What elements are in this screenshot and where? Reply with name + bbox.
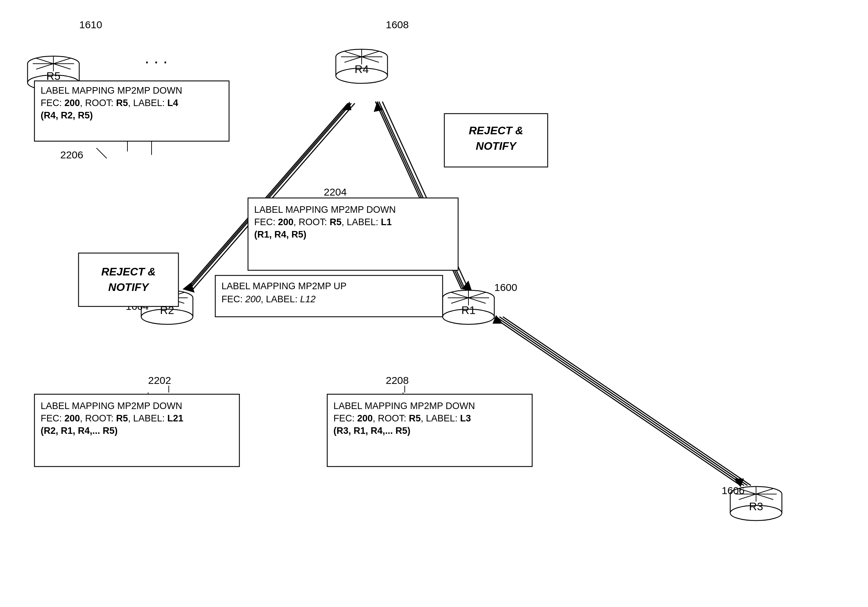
box2202-line2: FEC: 200, ROOT: R5, LABEL: L21: [41, 413, 183, 423]
ref-1608: 1608: [386, 19, 409, 30]
reject-box-2: [79, 253, 178, 307]
diagram-container: · · ·: [0, 0, 868, 607]
router-R1: R1: [443, 290, 494, 324]
box2208-line2: FEC: 200, ROOT: R5, LABEL: L3: [333, 413, 471, 423]
svg-text:R3: R3: [749, 500, 763, 513]
box2202-line3: (R2, R1, R4,... R5): [41, 426, 118, 436]
svg-line-18: [496, 317, 744, 485]
svg-text:R4: R4: [355, 63, 369, 75]
box2208-line3: (R3, R1, R4,... R5): [333, 426, 411, 436]
reject-box-2-line1: REJECT &: [101, 265, 156, 278]
box2206-line3: (R4, R2, R5): [41, 110, 93, 121]
svg-line-73: [96, 148, 107, 158]
reject-box-1-line1: REJECT &: [469, 124, 523, 137]
router-R4: R4: [336, 49, 388, 83]
reject-box-1-line2: NOTIFY: [476, 140, 517, 152]
svg-text:· · ·: · · ·: [145, 52, 168, 71]
box2202-line1: LABEL MAPPING MP2MP DOWN: [41, 401, 182, 411]
box2206-line2: FEC: 200, ROOT: R5, LABEL: L4: [41, 98, 178, 108]
box-up-line2: FEC: 200, LABEL: L12: [222, 294, 316, 304]
ref-2206: 2206: [60, 149, 83, 161]
ref-1610: 1610: [79, 19, 102, 30]
box2208-line1: LABEL MAPPING MP2MP DOWN: [333, 401, 475, 411]
svg-line-20: [503, 317, 751, 485]
ref-1606: 1606: [722, 485, 745, 496]
ref-2202: 2202: [148, 375, 171, 386]
box2206-line1: LABEL MAPPING MP2MP DOWN: [41, 85, 182, 96]
svg-marker-6: [343, 102, 351, 110]
svg-text:R5: R5: [46, 70, 60, 82]
ref-2208: 2208: [386, 375, 409, 386]
svg-line-19: [499, 317, 747, 485]
reject-box-2-line2: NOTIFY: [108, 281, 149, 293]
ref-2204: 2204: [324, 186, 347, 198]
box2204-line1: LABEL MAPPING MP2MP DOWN: [254, 204, 396, 215]
svg-text:R1: R1: [462, 304, 476, 316]
box2204-line2: FEC: 200, ROOT: R5, LABEL: L1: [254, 217, 392, 227]
box-up-line1: LABEL MAPPING MP2MP UP: [222, 281, 347, 291]
ref-1600: 1600: [494, 282, 517, 293]
box2204-line3: (R1, R4, R5): [254, 229, 307, 240]
